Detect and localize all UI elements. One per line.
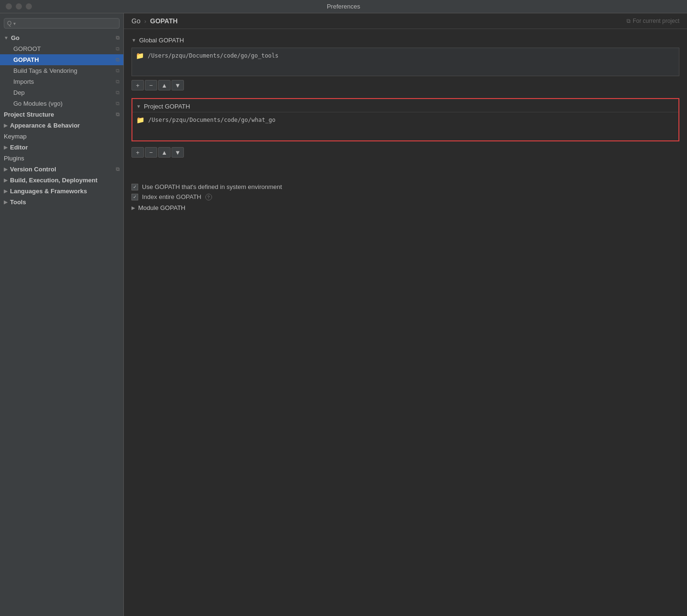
expand-arrow-languages: ▶ — [4, 189, 8, 194]
project-gopath-toolbar: + − ▲ ▼ — [131, 147, 679, 158]
sidebar: Q ▾ ▼ Go ⧉ GOROOT ⧉ GOPATH ⧉ Build Tags … — [0, 13, 124, 616]
sidebar-goroot-label: GOROOT — [13, 45, 41, 52]
global-path-value-0: /Users/pzqu/Documents/code/go/go_tools — [148, 52, 279, 59]
for-current-project-label: For current project — [633, 18, 679, 24]
sidebar-item-gopath[interactable]: GOPATH ⧉ — [0, 54, 123, 65]
window-controls — [6, 3, 32, 10]
module-gopath-section-header: ▶ Module GOPATH — [131, 204, 679, 211]
global-gopath-list: 📁 /Users/pzqu/Documents/code/go/go_tools — [131, 48, 679, 76]
global-expand-icon: ▼ — [131, 38, 136, 43]
copy-icon-goroot: ⧉ — [116, 46, 120, 52]
project-path-item-0[interactable]: 📁 /Users/pzqu/Documents/code/go/what_go — [132, 114, 678, 126]
global-down-button[interactable]: ▼ — [172, 80, 184, 90]
expand-arrow-editor: ▶ — [4, 145, 8, 150]
sidebar-dep-label: Dep — [13, 89, 25, 96]
global-gopath-section-header: ▼ Global GOPATH — [131, 37, 679, 44]
help-icon-index-gopath[interactable]: ? — [205, 194, 212, 200]
checkbox-use-gopath[interactable] — [131, 184, 138, 190]
sidebar-item-goroot[interactable]: GOROOT ⧉ — [0, 43, 123, 54]
sidebar-go-modules-label: Go Modules (vgo) — [13, 100, 62, 107]
sidebar-item-build-tags[interactable]: Build Tags & Vendoring ⧉ — [0, 65, 123, 76]
project-icon: ⧉ — [626, 18, 631, 24]
search-icon: Q — [7, 20, 11, 27]
copy-icon-dep: ⧉ — [116, 89, 120, 96]
project-gopath-list: 📁 /Users/pzqu/Documents/code/go/what_go — [132, 112, 678, 140]
checkbox-use-gopath-label: Use GOPATH that's defined in system envi… — [142, 183, 282, 190]
copy-icon-imports: ⧉ — [116, 79, 120, 85]
content-body: ▼ Global GOPATH 📁 /Users/pzqu/Documents/… — [124, 29, 687, 616]
title-bar: Preferences — [0, 0, 687, 13]
bottom-section: Use GOPATH that's defined in system envi… — [131, 179, 679, 200]
sidebar-plugins-label: Plugins — [4, 155, 24, 162]
checkbox-index-gopath[interactable] — [131, 194, 138, 200]
sidebar-item-imports[interactable]: Imports ⧉ — [0, 76, 123, 87]
module-gopath-title: Module GOPATH — [138, 204, 185, 211]
breadcrumb-parent: Go — [131, 17, 141, 25]
project-gopath-section: ▼ Project GOPATH 📁 /Users/pzqu/Documents… — [131, 98, 679, 141]
sidebar-imports-label: Imports — [13, 78, 34, 85]
global-up-button[interactable]: ▲ — [158, 80, 171, 90]
sidebar-gopath-label: GOPATH — [13, 56, 39, 63]
project-gopath-title: Project GOPATH — [144, 103, 190, 110]
sidebar-item-languages[interactable]: ▶ Languages & Frameworks — [0, 186, 123, 197]
sidebar-item-plugins[interactable]: Plugins — [0, 153, 123, 164]
folder-icon-global-0: 📁 — [136, 52, 144, 60]
spacer — [131, 165, 679, 179]
global-remove-button[interactable]: − — [145, 80, 157, 90]
sidebar-item-tools[interactable]: ▶ Tools — [0, 197, 123, 208]
project-path-value-0: /Users/pzqu/Documents/code/go/what_go — [148, 117, 275, 123]
sidebar-item-go-modules[interactable]: Go Modules (vgo) ⧉ — [0, 98, 123, 109]
copy-icon-project-structure: ⧉ — [116, 111, 120, 118]
close-button[interactable] — [6, 3, 12, 10]
content-header: Go › GOPATH ⧉ For current project — [124, 13, 687, 29]
maximize-button[interactable] — [26, 3, 32, 10]
expand-arrow-appearance: ▶ — [4, 123, 8, 128]
global-gopath-toolbar: + − ▲ ▼ — [131, 80, 679, 90]
sidebar-editor-label: Editor — [10, 144, 28, 151]
sidebar-tools-label: Tools — [10, 199, 26, 206]
global-gopath-title: Global GOPATH — [139, 37, 184, 44]
project-remove-button[interactable]: − — [145, 147, 157, 158]
project-up-button[interactable]: ▲ — [158, 147, 171, 158]
expand-arrow-version-control: ▶ — [4, 167, 8, 172]
global-path-item-0[interactable]: 📁 /Users/pzqu/Documents/code/go/go_tools — [132, 50, 679, 61]
sidebar-version-control-label: Version Control — [10, 166, 56, 173]
project-expand-icon: ▼ — [136, 104, 141, 109]
content-area: Go › GOPATH ⧉ For current project ▼ Glob… — [124, 13, 687, 616]
search-box[interactable]: Q ▾ — [4, 18, 120, 29]
sidebar-item-project-structure[interactable]: Project Structure ⧉ — [0, 109, 123, 120]
sidebar-item-editor[interactable]: ▶ Editor — [0, 142, 123, 153]
breadcrumb-separator: › — [144, 18, 146, 25]
copy-icon-gopath: ⧉ — [116, 57, 120, 63]
sidebar-build-tags-label: Build Tags & Vendoring — [13, 67, 77, 74]
folder-icon-project-0: 📁 — [136, 116, 144, 124]
sidebar-item-keymap[interactable]: Keymap — [0, 131, 123, 142]
global-add-button[interactable]: + — [131, 80, 144, 90]
sidebar-item-version-control[interactable]: ▶ Version Control ⧉ — [0, 164, 123, 175]
sidebar-appearance-label: Appearance & Behavior — [10, 122, 80, 129]
sidebar-item-dep[interactable]: Dep ⧉ — [0, 87, 123, 98]
sidebar-project-structure-label: Project Structure — [4, 111, 54, 118]
sidebar-item-build-exec[interactable]: ▶ Build, Execution, Deployment — [0, 175, 123, 186]
checkbox-row-use-gopath: Use GOPATH that's defined in system envi… — [131, 183, 679, 190]
copy-icon-go: ⧉ — [116, 35, 120, 41]
main-layout: Q ▾ ▼ Go ⧉ GOROOT ⧉ GOPATH ⧉ Build Tags … — [0, 13, 687, 616]
for-current-project: ⧉ For current project — [626, 18, 679, 24]
sidebar-item-go[interactable]: ▼ Go ⧉ — [0, 32, 123, 43]
copy-icon-build-tags: ⧉ — [116, 68, 120, 74]
copy-icon-go-modules: ⧉ — [116, 100, 120, 107]
expand-arrow-go: ▼ — [4, 35, 9, 40]
sidebar-build-exec-label: Build, Execution, Deployment — [10, 177, 97, 184]
project-add-button[interactable]: + — [131, 147, 144, 158]
module-expand-icon: ▶ — [131, 205, 135, 210]
sidebar-item-appearance[interactable]: ▶ Appearance & Behavior — [0, 120, 123, 131]
copy-icon-version-control: ⧉ — [116, 166, 120, 172]
sidebar-languages-label: Languages & Frameworks — [10, 188, 87, 195]
project-down-button[interactable]: ▼ — [172, 147, 184, 158]
sidebar-keymap-label: Keymap — [4, 133, 27, 140]
sidebar-go-label: Go — [11, 34, 20, 41]
minimize-button[interactable] — [16, 3, 22, 10]
expand-arrow-build-exec: ▶ — [4, 178, 8, 183]
window-title: Preferences — [327, 3, 360, 10]
breadcrumb-current: GOPATH — [150, 17, 178, 25]
